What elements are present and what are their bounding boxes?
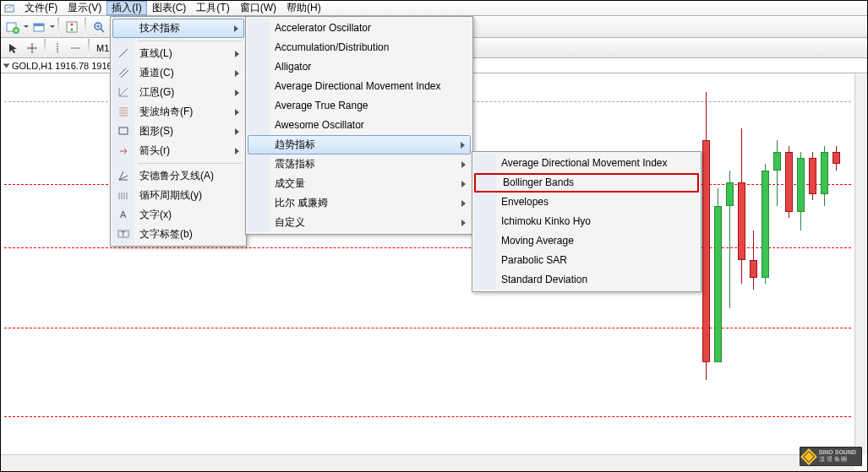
submenu-arrow-icon bbox=[461, 213, 466, 232]
submenu-arrow-icon bbox=[235, 102, 239, 122]
new-chart-btn[interactable] bbox=[3, 18, 22, 36]
zoom-in-btn[interactable] bbox=[90, 18, 108, 36]
menu-item-label: Envelopes bbox=[501, 193, 549, 212]
menu-item-label: 震荡指标 bbox=[275, 155, 315, 174]
menu-item-label: 循环周期线(y) bbox=[139, 186, 202, 205]
menu-item[interactable]: Average Directional Movement Index bbox=[248, 77, 471, 96]
svg-point-7 bbox=[71, 28, 74, 30]
menu-item[interactable]: 技术指标 bbox=[112, 19, 244, 38]
profiles-btn[interactable] bbox=[30, 18, 48, 36]
menu-item[interactable]: 自定义 bbox=[248, 213, 471, 232]
menu-item[interactable]: Bollinger Bands bbox=[474, 173, 699, 193]
menu-item[interactable]: 斐波纳奇(F) bbox=[112, 102, 244, 122]
channel-icon bbox=[117, 66, 130, 79]
menu-item-label: 直线(L) bbox=[139, 44, 172, 63]
menu-item[interactable]: 趋势指标 bbox=[248, 135, 471, 155]
scrollbar-horizontal[interactable] bbox=[1, 454, 854, 471]
menu-item[interactable]: Parabolic SAR bbox=[474, 251, 699, 270]
svg-rect-0 bbox=[5, 5, 14, 12]
dropdown-arrow[interactable] bbox=[23, 25, 29, 28]
menu-item-label: Moving Average bbox=[501, 231, 574, 251]
market-watch-btn[interactable] bbox=[63, 18, 81, 36]
hline-btn[interactable] bbox=[68, 39, 85, 57]
menu-窗口(W)[interactable]: 窗口(W) bbox=[235, 1, 281, 15]
menu-item[interactable]: Envelopes bbox=[474, 193, 699, 212]
text-icon: A bbox=[117, 208, 130, 221]
menu-item[interactable]: Average Directional Movement Index bbox=[474, 154, 699, 173]
arrow-icon bbox=[117, 144, 130, 157]
submenu-arrow-icon bbox=[234, 19, 238, 37]
cursor-btn[interactable] bbox=[5, 39, 22, 57]
menu-item-label: 安德鲁分叉线(A) bbox=[139, 166, 214, 186]
menu-item[interactable]: Ichimoku Kinko Hyo bbox=[474, 212, 699, 231]
menu-item-label: Alligator bbox=[275, 57, 311, 77]
menu-item[interactable]: 震荡指标 bbox=[248, 155, 471, 174]
submenu-arrow-icon bbox=[235, 141, 239, 160]
menu-item[interactable]: 通道(C) bbox=[112, 63, 244, 83]
menu-item[interactable]: 江恩(G) bbox=[112, 83, 244, 102]
menu-item-label: 自定义 bbox=[275, 213, 305, 232]
menu-item[interactable]: 比尔 威廉姆 bbox=[248, 193, 471, 213]
svg-point-6 bbox=[71, 23, 74, 25]
menu-图表(C)[interactable]: 图表(C) bbox=[147, 1, 192, 15]
menu-item-label: Bollinger Bands bbox=[503, 173, 574, 193]
menu-item-label: 江恩(G) bbox=[139, 83, 174, 102]
andrews-icon bbox=[117, 169, 130, 182]
menu-item-label: 通道(C) bbox=[139, 63, 174, 83]
menu-item-label: Average True Range bbox=[275, 96, 368, 116]
submenu-arrow-icon bbox=[235, 63, 239, 83]
menu-item[interactable]: Accumulation/Distribution bbox=[248, 38, 471, 57]
menu-item-label: 趋势指标 bbox=[275, 136, 315, 154]
menu-item[interactable]: 安德鲁分叉线(A) bbox=[112, 166, 244, 186]
scrollbar-vertical[interactable] bbox=[854, 74, 867, 454]
line-icon bbox=[117, 46, 130, 60]
menu-item[interactable]: Accelerator Oscillator bbox=[248, 19, 471, 38]
menu-item-label: Standard Deviation bbox=[501, 270, 587, 290]
menu-item-label: 箭头(r) bbox=[139, 141, 170, 160]
candles bbox=[699, 74, 851, 454]
menu-item-label: Awesome Oscillator bbox=[275, 116, 364, 135]
insert-menu: 技术指标直线(L)通道(C)江恩(G)斐波纳奇(F)图形(S)箭头(r)安德鲁分… bbox=[110, 16, 247, 247]
menu-item[interactable]: 图形(S) bbox=[112, 122, 244, 141]
menu-item-label: 文字(x) bbox=[139, 205, 172, 225]
crosshair-btn[interactable] bbox=[24, 39, 41, 57]
svg-rect-4 bbox=[34, 24, 44, 26]
svg-rect-20 bbox=[119, 127, 128, 134]
menu-item[interactable]: Awesome Oscillator bbox=[248, 116, 471, 135]
submenu-arrow-icon bbox=[235, 44, 239, 63]
menu-item[interactable]: Average True Range bbox=[248, 96, 471, 116]
menu-插入(I)[interactable]: 插入(I) bbox=[106, 1, 146, 15]
gann-icon bbox=[117, 85, 130, 99]
menu-item-label: 成交量 bbox=[275, 174, 305, 193]
menu-item[interactable]: Moving Average bbox=[474, 231, 699, 251]
menu-工具(T)[interactable]: 工具(T) bbox=[191, 1, 234, 15]
symbol-bid: 1916.78 bbox=[55, 61, 89, 71]
menu-item-label: Average Directional Movement Index bbox=[275, 77, 441, 96]
submenu-arrow-icon bbox=[461, 155, 466, 174]
trend-submenu: Average Directional Movement IndexBollin… bbox=[472, 151, 701, 292]
fibo-icon bbox=[117, 105, 130, 118]
menu-item-label: Accumulation/Distribution bbox=[275, 38, 389, 57]
menu-item-label: Accelerator Oscillator bbox=[275, 19, 371, 38]
menu-item[interactable]: 箭头(r) bbox=[112, 141, 244, 160]
menu-item[interactable]: 循环周期线(y) bbox=[112, 186, 244, 205]
menu-帮助(H)[interactable]: 帮助(H) bbox=[281, 1, 326, 15]
menu-item-label: 比尔 威廉姆 bbox=[275, 193, 328, 213]
vline-btn[interactable] bbox=[49, 39, 66, 57]
menu-item[interactable]: Alligator bbox=[248, 57, 471, 77]
menu-item[interactable]: Standard Deviation bbox=[474, 270, 699, 290]
menu-文件(F)[interactable]: 文件(F) bbox=[19, 1, 63, 15]
menu-item[interactable]: T文字标签(b) bbox=[112, 225, 244, 244]
menu-显示(V)[interactable]: 显示(V) bbox=[63, 1, 106, 15]
shape-icon bbox=[117, 124, 130, 138]
menu-item[interactable]: 成交量 bbox=[248, 174, 471, 193]
collapse-icon[interactable] bbox=[3, 63, 10, 68]
menubar: 文件(F)显示(V)插入(I)图表(C)工具(T)窗口(W)帮助(H) bbox=[1, 1, 867, 16]
submenu-arrow-icon bbox=[461, 174, 466, 193]
menu-item-label: Average Directional Movement Index bbox=[501, 154, 668, 173]
submenu-arrow-icon bbox=[235, 122, 239, 141]
app-window: 文件(F)显示(V)插入(I)图表(C)工具(T)窗口(W)帮助(H) M1M5… bbox=[0, 0, 868, 472]
menu-item[interactable]: 直线(L) bbox=[112, 44, 244, 63]
dropdown-arrow[interactable] bbox=[49, 25, 55, 28]
menu-item[interactable]: A文字(x) bbox=[112, 205, 244, 225]
